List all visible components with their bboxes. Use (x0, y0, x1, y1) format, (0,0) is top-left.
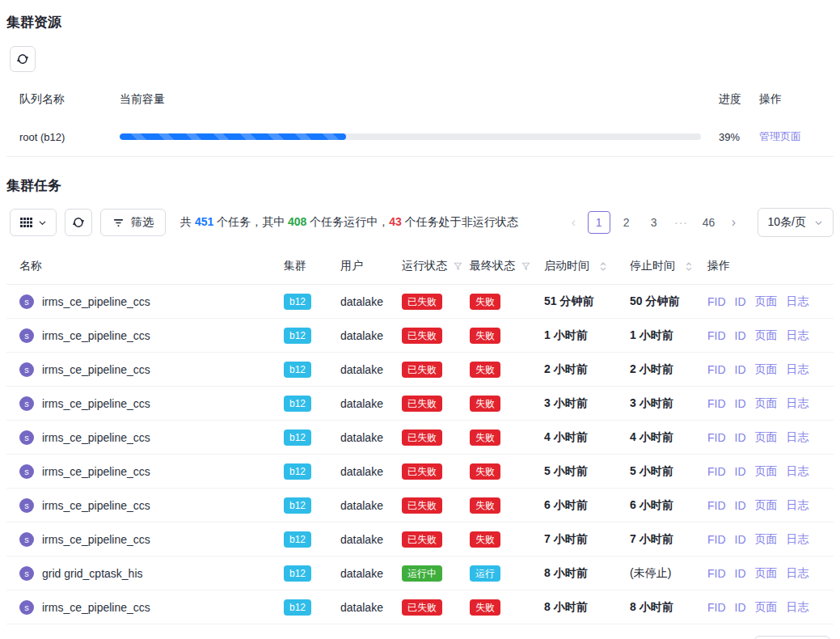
task-action-link-fid[interactable]: FID (707, 601, 726, 614)
table-row: s grid grid_cptask_his b12 datalake 运行中 … (6, 556, 834, 590)
task-action-link-id[interactable]: ID (735, 567, 746, 580)
spark-avatar: s (19, 328, 34, 343)
task-stop-time: 50 分钟前 (630, 294, 707, 309)
task-action-link-页面[interactable]: 页面 (755, 566, 778, 581)
task-action-link-id[interactable]: ID (735, 431, 746, 444)
filter-funnel-icon[interactable] (453, 261, 463, 272)
task-action-link-fid[interactable]: FID (707, 363, 726, 376)
column-header-user: 用户 (340, 259, 402, 273)
task-final-status-cell: 失败 (470, 497, 544, 514)
task-action-link-页面[interactable]: 页面 (755, 362, 778, 377)
task-run-status-cell: 已失败 (402, 497, 470, 514)
task-action-link-fid[interactable]: FID (707, 397, 726, 410)
task-action-link-日志[interactable]: 日志 (787, 430, 809, 445)
task-action-link-日志[interactable]: 日志 (787, 294, 809, 309)
task-action-link-fid[interactable]: FID (707, 533, 726, 546)
chevron-down-icon (814, 218, 823, 227)
task-name[interactable]: irms_ce_pipeline_ccs (42, 397, 150, 410)
task-action-link-日志[interactable]: 日志 (787, 498, 809, 513)
task-action-link-日志[interactable]: 日志 (787, 600, 809, 615)
pagination-page-46[interactable]: 46 (698, 211, 720, 234)
task-action-link-id[interactable]: ID (735, 363, 746, 376)
page-size-select[interactable]: 10条/页 (754, 636, 830, 639)
filter-button[interactable]: 筛选 (100, 209, 166, 236)
summary-text: 个任务运行中， (306, 215, 389, 228)
summary-text: 个任务处于非运行状态 (402, 215, 518, 228)
pagination-page-2[interactable]: 2 (615, 211, 638, 234)
task-name[interactable]: irms_ce_pipeline_ccs (42, 465, 150, 478)
task-action-link-fid[interactable]: FID (707, 465, 726, 478)
column-header-start-time: 启动时间 (544, 259, 630, 273)
sort-icon[interactable] (599, 261, 607, 272)
pagination-prev-button[interactable]: ‹ (565, 211, 583, 234)
task-action-link-页面[interactable]: 页面 (755, 600, 778, 615)
task-name[interactable]: irms_ce_pipeline_ccs (42, 295, 150, 308)
task-action-link-页面[interactable]: 页面 (755, 328, 778, 343)
sort-icon[interactable] (685, 261, 693, 272)
task-run-status-cell: 已失败 (402, 294, 470, 310)
task-name[interactable]: irms_ce_pipeline_ccs (42, 431, 150, 444)
final-status-badge: 失败 (470, 328, 500, 344)
task-action-link-id[interactable]: ID (735, 329, 746, 342)
task-action-link-fid[interactable]: FID (707, 295, 726, 308)
task-name[interactable]: irms_ce_pipeline_ccs (42, 533, 150, 546)
task-cluster-cell: b12 (284, 463, 340, 480)
task-user: datalake (340, 465, 402, 478)
resources-refresh-button[interactable] (10, 46, 36, 72)
column-header-cluster: 集群 (284, 259, 340, 273)
task-action-link-日志[interactable]: 日志 (787, 396, 809, 411)
task-final-status-cell: 失败 (470, 294, 544, 310)
task-action-link-fid[interactable]: FID (707, 329, 726, 342)
task-action-link-日志[interactable]: 日志 (787, 532, 809, 547)
task-action-link-页面[interactable]: 页面 (755, 464, 778, 479)
task-cluster-cell: b12 (284, 531, 340, 548)
pagination-page-1[interactable]: 1 (588, 211, 610, 234)
task-action-link-id[interactable]: ID (735, 465, 746, 478)
filter-funnel-icon[interactable] (521, 261, 531, 272)
task-stop-time: 6 小时前 (630, 498, 707, 513)
task-action-link-日志[interactable]: 日志 (787, 464, 809, 479)
task-action-link-日志[interactable]: 日志 (787, 566, 809, 581)
pagination-page-3[interactable]: 3 (643, 211, 665, 234)
task-action-link-页面[interactable]: 页面 (755, 430, 778, 445)
task-action-link-fid[interactable]: FID (707, 567, 726, 580)
task-name[interactable]: irms_ce_pipeline_ccs (42, 499, 150, 512)
task-name[interactable]: irms_ce_pipeline_ccs (42, 329, 150, 342)
task-name[interactable]: irms_ce_pipeline_ccs (42, 601, 150, 614)
task-run-status-cell: 已失败 (402, 396, 470, 412)
tasks-refresh-button[interactable] (65, 209, 92, 236)
task-action-link-id[interactable]: ID (735, 397, 746, 410)
filter-button-label: 筛选 (131, 215, 154, 230)
task-run-status-cell: 已失败 (402, 362, 470, 378)
task-name[interactable]: grid grid_cptask_his (42, 567, 143, 580)
task-action-link-id[interactable]: ID (735, 533, 746, 546)
column-settings-button[interactable] (10, 209, 57, 236)
task-action-link-页面[interactable]: 页面 (755, 498, 778, 513)
page-size-select[interactable]: 10条/页 (758, 208, 834, 237)
task-cluster-cell: b12 (284, 599, 340, 616)
cluster-badge: b12 (284, 294, 311, 310)
task-name-cell: s irms_ce_pipeline_ccs (19, 600, 284, 615)
task-action-link-id[interactable]: ID (735, 295, 746, 308)
task-name[interactable]: irms_ce_pipeline_ccs (42, 363, 150, 376)
task-user: datalake (340, 431, 402, 444)
resources-table: 队列名称 当前容量 进度 操作 root (b12) 39% 管理页面 (6, 82, 834, 157)
task-action-link-日志[interactable]: 日志 (787, 328, 809, 343)
task-action-link-fid[interactable]: FID (707, 431, 726, 444)
manage-page-link[interactable]: 管理页面 (759, 130, 801, 142)
task-start-time: 7 小时前 (544, 532, 630, 547)
task-action-link-id[interactable]: ID (735, 499, 746, 512)
task-action-link-fid[interactable]: FID (707, 499, 726, 512)
nonrunning-task-count: 43 (389, 215, 402, 228)
task-action-link-页面[interactable]: 页面 (755, 294, 778, 309)
summary-text: 个任务，其中 (213, 215, 288, 228)
task-action-link-日志[interactable]: 日志 (787, 362, 809, 377)
column-label: 名称 (19, 259, 42, 273)
task-name-cell: s irms_ce_pipeline_ccs (19, 464, 284, 479)
task-action-link-页面[interactable]: 页面 (755, 532, 778, 547)
task-action-link-id[interactable]: ID (735, 601, 746, 614)
task-action-link-页面[interactable]: 页面 (755, 396, 778, 411)
table-row: s irms_ce_pipeline_ccs b12 datalake 已失败 … (6, 421, 834, 455)
final-status-badge: 失败 (470, 599, 500, 616)
pagination-next-button[interactable]: › (725, 211, 743, 234)
